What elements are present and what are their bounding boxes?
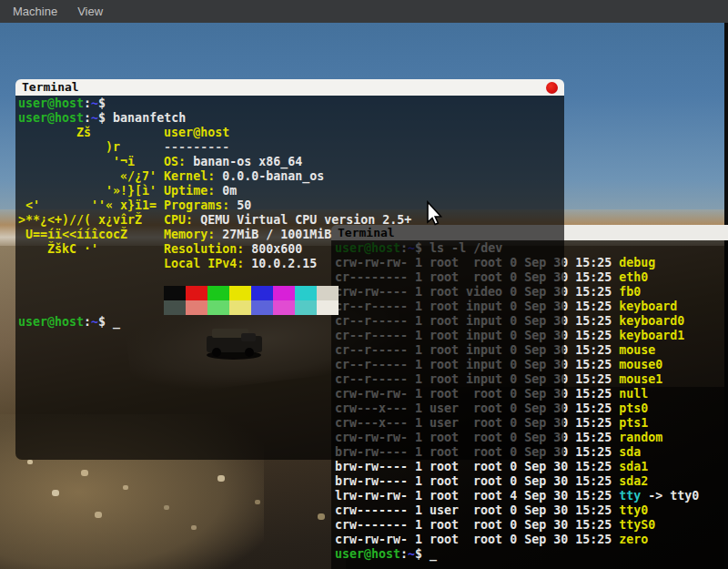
terminal-text: crw------- 1 user root 0 Sep 30 15:25 bbox=[335, 503, 619, 517]
terminal-text: : bbox=[84, 97, 91, 110]
vm-menubar: Machine View bbox=[0, 0, 728, 23]
terminal-line: '¬ï OS: banan-os x86_64 bbox=[18, 155, 564, 169]
terminal-front-titlebar[interactable]: Terminal bbox=[15, 79, 564, 96]
terminal-text: tty bbox=[619, 489, 641, 503]
menu-view[interactable]: View bbox=[67, 1, 113, 22]
terminal-text: random bbox=[619, 431, 662, 444]
terminal-text: lrw-rw-rw- 1 root root 4 Sep 30 15:25 bbox=[335, 489, 619, 503]
terminal-text: banan-os x86_64 bbox=[186, 155, 302, 168]
terminal-text: tty0 bbox=[619, 503, 648, 517]
terminal-front-title: Terminal bbox=[15, 80, 79, 94]
terminal-text: : bbox=[84, 111, 91, 125]
terminal-text: pts0 bbox=[619, 401, 648, 415]
terminal-text: $ bananfetch bbox=[98, 111, 186, 125]
terminal-text: sda bbox=[619, 445, 641, 459]
palette-swatch bbox=[295, 300, 317, 315]
terminal-text: 800x600 bbox=[244, 242, 302, 256]
terminal-text: keyboard1 bbox=[619, 329, 684, 342]
vm-screen: Machine View Terminal user@host:~$ ls -l… bbox=[0, 0, 728, 569]
terminal-text: --------- bbox=[164, 140, 229, 154]
terminal-text: U==íï<<ííîcocŽ Memory: bbox=[18, 228, 215, 241]
palette-swatch bbox=[229, 300, 251, 315]
terminal-line bbox=[18, 286, 564, 300]
terminal-text: 0.0.0-banan_os bbox=[215, 169, 324, 183]
terminal-text: debug bbox=[619, 256, 655, 269]
terminal-text: ~ bbox=[91, 111, 98, 125]
terminal-text: <' ''« x}ï1= Programs: bbox=[18, 198, 229, 212]
terminal-text bbox=[18, 300, 164, 314]
palette-swatch bbox=[207, 300, 229, 315]
terminal-text: ttyS0 bbox=[619, 518, 655, 532]
terminal-line: user@host:~$ bananfetch bbox=[18, 111, 564, 126]
terminal-line: <' ''« x}ï1= Programs: 50 bbox=[18, 198, 564, 213]
terminal-text: null bbox=[619, 387, 648, 401]
terminal-line: ŽškC ·' Resolution: 800x600 bbox=[18, 242, 564, 257]
terminal-text: $ bbox=[98, 97, 113, 110]
terminal-text: ~ bbox=[91, 97, 98, 110]
terminal-text: user@host bbox=[18, 315, 84, 329]
terminal-text: '»!}[ì' Uptime: bbox=[18, 184, 215, 198]
terminal-line: user@host:~$ bbox=[18, 97, 564, 111]
terminal-text: ŽškC ·' Resolution: bbox=[18, 242, 244, 256]
terminal-front-body[interactable]: user@host:~$ user@host:~$ bananfetch Zš … bbox=[15, 96, 564, 460]
terminal-text: ~ bbox=[91, 315, 98, 329]
terminal-text: QEMU Virtual CPU version 2.5+ bbox=[193, 213, 411, 227]
terminal-line: brw-rw---- 1 root root 0 Sep 30 15:25 sd… bbox=[335, 474, 728, 489]
palette-swatch bbox=[164, 300, 186, 315]
terminal-line: Local IPv4: 10.0.2.15 bbox=[18, 257, 564, 271]
terminal-text: brw-rw---- 1 root root 0 Sep 30 15:25 bbox=[335, 474, 619, 488]
terminal-text: user@host bbox=[335, 547, 400, 561]
palette-swatch bbox=[273, 300, 295, 315]
terminal-line: «/¿7' Kernel: 0.0.0-banan_os bbox=[18, 169, 564, 184]
terminal-line: '»!}[ì' Uptime: 0m bbox=[18, 184, 564, 198]
terminal-text: keyboard0 bbox=[619, 314, 684, 328]
terminal-text bbox=[18, 286, 164, 300]
terminal-text: pts1 bbox=[619, 416, 648, 430]
terminal-line: >**¿<+)//( x¿vîrŽ CPU: QEMU Virtual CPU … bbox=[18, 213, 564, 228]
palette-swatch bbox=[251, 286, 273, 300]
menu-machine[interactable]: Machine bbox=[3, 1, 67, 22]
terminal-text: : bbox=[400, 547, 408, 561]
terminal-text: crw-rw-rw- 1 root root 0 Sep 30 15:25 bbox=[335, 533, 619, 546]
terminal-text: 27MiB / 1001MiB bbox=[215, 228, 331, 241]
terminal-text: fb0 bbox=[619, 285, 641, 299]
terminal-text: )r bbox=[18, 140, 164, 154]
palette-swatch bbox=[295, 286, 317, 300]
terminal-line: )r --------- bbox=[18, 140, 564, 155]
wallpaper-rocks bbox=[27, 460, 33, 464]
terminal-text: ~ bbox=[408, 547, 415, 561]
terminal-line bbox=[18, 300, 564, 315]
terminal-text: sda2 bbox=[619, 474, 648, 488]
terminal-text: >**¿<+)//( x¿vîrŽ CPU: bbox=[18, 213, 193, 227]
terminal-line: lrw-rw-rw- 1 root root 4 Sep 30 15:25 tt… bbox=[335, 489, 728, 503]
palette-swatch bbox=[317, 300, 339, 315]
close-button-icon[interactable] bbox=[546, 82, 558, 94]
terminal-text: keyboard bbox=[619, 300, 677, 313]
mouse-cursor-icon bbox=[422, 200, 442, 228]
palette-swatch bbox=[207, 286, 229, 300]
terminal-line: U==íï<<ííîcocŽ Memory: 27MiB / 1001MiB bbox=[18, 228, 564, 242]
palette-swatch bbox=[164, 286, 186, 300]
palette-swatch bbox=[317, 286, 339, 300]
terminal-text: crw------- 1 root root 0 Sep 30 15:25 bbox=[335, 518, 619, 532]
terminal-text: user@host bbox=[18, 111, 84, 125]
terminal-text: '¬ï OS: bbox=[18, 155, 186, 168]
terminal-text: Zš user@host bbox=[18, 126, 229, 139]
palette-swatch bbox=[186, 300, 207, 315]
terminal-line: user@host:~$ _ bbox=[335, 547, 728, 562]
terminal-text: $ _ bbox=[98, 315, 120, 329]
palette-swatch bbox=[186, 286, 207, 300]
terminal-text: 50 bbox=[229, 198, 251, 212]
terminal-text: eth0 bbox=[619, 270, 648, 284]
terminal-text: brw-rw---- 1 root root 0 Sep 30 15:25 bbox=[335, 460, 619, 473]
terminal-line: crw------- 1 root root 0 Sep 30 15:25 tt… bbox=[335, 518, 728, 533]
palette-swatch bbox=[251, 300, 273, 315]
terminal-text: : bbox=[84, 315, 91, 329]
terminal-text: 0m bbox=[215, 184, 237, 198]
terminal-text: zero bbox=[619, 533, 648, 546]
palette-swatch bbox=[229, 286, 251, 300]
terminal-line: crw------- 1 user root 0 Sep 30 15:25 tt… bbox=[335, 503, 728, 518]
terminal-text: $ _ bbox=[415, 547, 437, 561]
terminal-text: user@host bbox=[18, 97, 84, 110]
terminal-window-front: Terminal user@host:~$ user@host:~$ banan… bbox=[15, 79, 564, 460]
